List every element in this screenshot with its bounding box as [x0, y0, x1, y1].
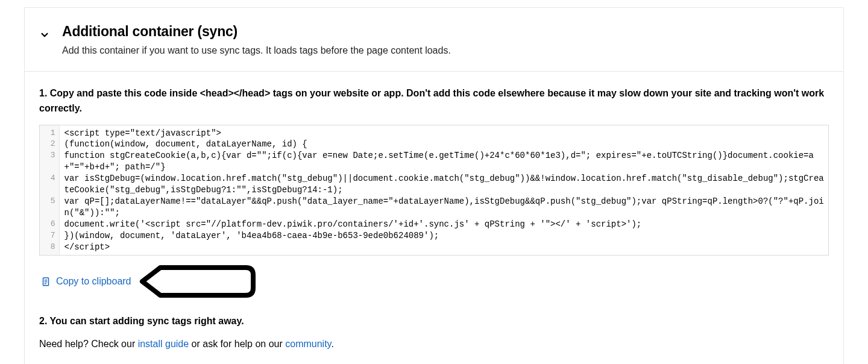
code-line: })(window, document, 'dataLayer', 'b4ea4… — [59, 230, 828, 242]
card-body: 1. Copy and paste this code inside <head… — [25, 72, 843, 364]
line-number: 1 — [40, 125, 59, 139]
code-line: document.write('<script src="//platform-… — [59, 219, 828, 230]
code-snippet[interactable]: 1<script type="text/javascript">2(functi… — [39, 125, 829, 256]
line-number: 5 — [40, 196, 59, 219]
install-guide-link[interactable]: install guide — [138, 339, 189, 349]
line-number: 6 — [40, 219, 59, 230]
code-line: var qP=[];dataLayerName!=="dataLayer"&&q… — [59, 196, 828, 219]
line-number: 4 — [40, 173, 59, 196]
copy-to-clipboard-button[interactable]: Copy to clipboard — [39, 272, 133, 290]
card-header[interactable]: Additional container (sync) Add this con… — [25, 8, 843, 72]
line-number: 7 — [40, 230, 59, 242]
header-subtitle: Add this container if you want to use sy… — [62, 43, 451, 58]
code-line: function stgCreateCookie(a,b,c){var d=""… — [59, 150, 828, 173]
header-title: Additional container (sync) — [62, 24, 451, 40]
chevron-down-icon — [39, 30, 50, 40]
callout-arrow-annotation — [137, 264, 258, 299]
sync-container-card: Additional container (sync) Add this con… — [24, 7, 844, 364]
community-link[interactable]: community — [285, 339, 331, 349]
help-prefix: Need help? Check our — [39, 339, 138, 349]
header-text: Additional container (sync) Add this con… — [62, 24, 451, 58]
step-1-text: 1. Copy and paste this code inside <head… — [39, 86, 829, 116]
line-number: 3 — [40, 150, 59, 173]
step-2-text: 2. You can start adding sync tags right … — [39, 316, 829, 327]
help-middle: or ask for help on our — [189, 339, 285, 349]
clipboard-icon — [40, 276, 51, 287]
need-help-text: Need help? Check our install guide or as… — [39, 339, 829, 350]
help-suffix: . — [331, 339, 333, 349]
code-line: var isStgDebug=(window.location.href.mat… — [59, 173, 828, 196]
code-line: (function(window, document, dataLayerNam… — [59, 139, 828, 150]
copy-label: Copy to clipboard — [56, 276, 131, 287]
line-number: 2 — [40, 139, 59, 150]
line-number: 8 — [40, 242, 59, 256]
code-line: </script> — [59, 242, 828, 256]
code-line: <script type="text/javascript"> — [59, 125, 828, 139]
